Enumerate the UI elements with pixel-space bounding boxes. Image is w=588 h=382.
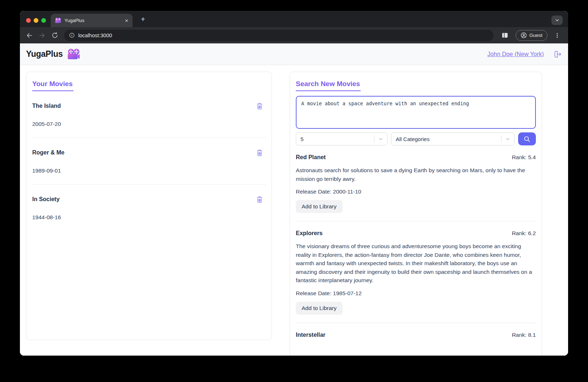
your-movies-heading: Your Movies xyxy=(32,80,74,91)
brand-title: YugaPlus xyxy=(26,49,63,59)
library-movie-row: The Island 2005-07-20 xyxy=(32,103,266,138)
tab-favicon-movie-camera-icon xyxy=(55,18,61,23)
page-viewport: YugaPlus John Doe (New York) xyxy=(20,43,568,356)
back-button[interactable] xyxy=(25,31,34,40)
divider xyxy=(32,137,266,138)
movie-title: The Island xyxy=(32,103,266,109)
delete-movie-button[interactable] xyxy=(256,149,263,156)
chevron-down-icon xyxy=(378,136,383,142)
side-panel-icon xyxy=(502,33,508,38)
browser-menu-button[interactable] xyxy=(553,31,562,40)
divider xyxy=(32,184,266,184)
delete-movie-button[interactable] xyxy=(256,102,263,110)
browser-toolbar: localhost:3000 Guest xyxy=(20,27,568,43)
close-window-button[interactable] xyxy=(26,18,31,23)
search-button[interactable] xyxy=(518,132,536,145)
minimize-window-button[interactable] xyxy=(34,18,38,23)
add-to-library-button[interactable]: Add to Library xyxy=(296,302,343,315)
forward-arrow-icon xyxy=(38,32,46,39)
main-content: Your Movies The Island 2005-07-20 Roger … xyxy=(20,65,568,356)
category-select[interactable]: All Categories xyxy=(391,132,514,145)
result-release-date: Release Date: 2000-11-10 xyxy=(296,188,536,195)
forward-button[interactable] xyxy=(38,31,46,40)
three-dots-icon xyxy=(554,33,560,38)
tab-search-button[interactable] xyxy=(551,16,563,25)
zoom-window-button[interactable] xyxy=(41,18,46,23)
search-query-input[interactable]: A movie about a space adventure with an … xyxy=(296,96,536,129)
browser-tab-yugaplus[interactable]: YugaPlus × xyxy=(51,14,133,27)
guest-avatar-icon xyxy=(521,32,527,38)
movie-release-date: 1989-09-01 xyxy=(32,167,266,174)
trash-icon xyxy=(256,102,263,110)
result-limit-select[interactable]: 5 xyxy=(296,132,387,145)
close-tab-icon[interactable]: × xyxy=(125,18,128,23)
result-rank: Rank: 8.1 xyxy=(512,332,536,338)
library-movie-row: In Society 1944-08-16 xyxy=(32,196,266,221)
logout-icon xyxy=(554,50,562,58)
search-heading: Search New Movies xyxy=(296,80,361,91)
logout-button[interactable] xyxy=(554,50,562,58)
new-tab-button[interactable]: + xyxy=(139,15,147,24)
side-panel-button[interactable] xyxy=(501,31,509,40)
traffic-lights xyxy=(26,18,46,23)
result-rank: Rank: 6.2 xyxy=(512,230,536,237)
search-controls: 5 All Categories xyxy=(296,132,536,145)
category-value: All Categories xyxy=(396,136,429,142)
result-limit-value: 5 xyxy=(301,136,303,142)
result-title: Explorers xyxy=(296,230,323,237)
divider xyxy=(296,221,536,221)
tab-title: YugaPlus xyxy=(64,18,125,23)
search-result: Red Planet Rank: 5.4 Astronauts search f… xyxy=(296,154,536,221)
search-result: Interstellar Rank: 8.1 xyxy=(296,332,536,338)
result-description: Astronauts search for solutions to save … xyxy=(296,166,536,183)
trash-icon xyxy=(256,149,263,156)
library-movie-row: Roger & Me 1989-09-01 xyxy=(32,149,266,184)
movie-camera-icon xyxy=(67,48,80,60)
user-profile-link[interactable]: John Doe (New York) xyxy=(487,51,544,58)
reload-button[interactable] xyxy=(50,31,59,40)
movie-title: Roger & Me xyxy=(32,149,266,156)
app-header: YugaPlus John Doe (New York) xyxy=(20,43,568,65)
add-to-library-button[interactable]: Add to Library xyxy=(296,200,343,213)
divider xyxy=(296,323,536,323)
site-info-icon xyxy=(69,33,75,38)
your-movies-panel: Your Movies The Island 2005-07-20 Roger … xyxy=(26,72,272,340)
profile-button[interactable]: Guest xyxy=(516,30,547,41)
tab-strip: YugaPlus × + xyxy=(20,11,568,27)
search-result: Explorers Rank: 6.2 The visionary dreams… xyxy=(296,230,536,323)
chevron-down-icon xyxy=(555,18,560,23)
guest-label: Guest xyxy=(529,33,542,38)
back-arrow-icon xyxy=(26,32,33,39)
result-title: Interstellar xyxy=(296,332,326,338)
result-release-date: Release Date: 1985-07-12 xyxy=(296,290,536,297)
search-icon xyxy=(523,135,531,143)
movie-release-date: 2005-07-20 xyxy=(32,121,266,127)
url-text: localhost:3000 xyxy=(78,33,112,38)
search-panel: Search New Movies A movie about a space … xyxy=(290,72,542,356)
trash-icon xyxy=(256,195,263,203)
reload-icon xyxy=(51,32,58,39)
result-rank: Rank: 5.4 xyxy=(512,154,536,161)
result-title: Red Planet xyxy=(296,154,326,161)
delete-movie-button[interactable] xyxy=(256,195,263,203)
chevron-down-icon xyxy=(505,136,511,142)
address-bar[interactable]: localhost:3000 xyxy=(64,30,494,41)
browser-window: YugaPlus × + localhost:3000 Guest xyxy=(20,11,568,356)
movie-title: In Society xyxy=(32,196,266,203)
result-description: The visionary dreams of three curious an… xyxy=(296,242,536,285)
movie-release-date: 1944-08-16 xyxy=(32,214,266,221)
